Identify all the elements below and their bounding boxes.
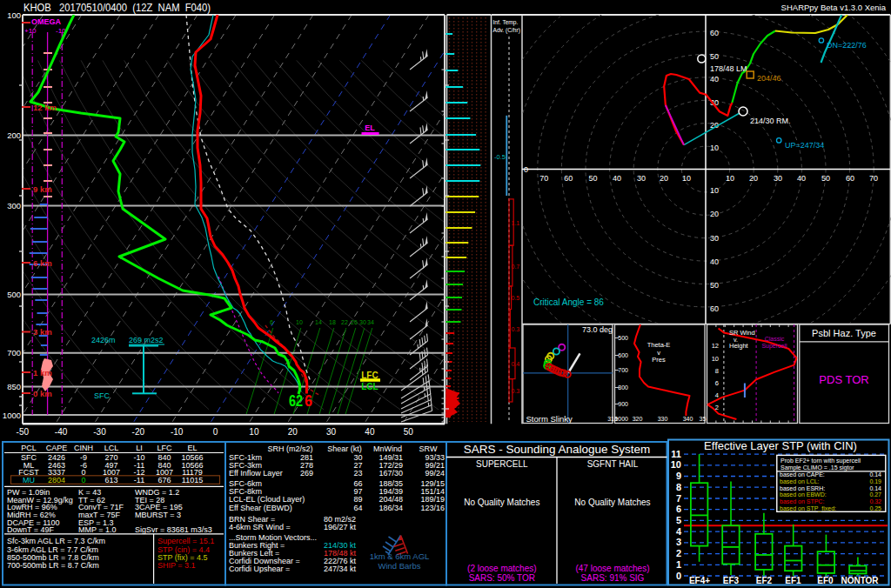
svg-text:178/48 LM: 178/48 LM — [710, 64, 747, 73]
svg-text:11: 11 — [671, 449, 681, 459]
svg-text:SGFNT HAIL: SGFNT HAIL — [587, 459, 639, 469]
svg-text:LCL: LCL — [361, 382, 378, 391]
svg-text:SFC-8km: SFC-8km — [229, 487, 262, 496]
svg-text:22: 22 — [341, 319, 348, 325]
svg-text:35: 35 — [700, 416, 707, 422]
svg-text:based on CAPE:: based on CAPE: — [780, 471, 825, 478]
svg-text:123/16: 123/16 — [420, 504, 445, 512]
svg-text:600: 600 — [618, 352, 628, 358]
svg-text:0.3: 0.3 — [512, 326, 520, 332]
svg-text:0.14: 0.14 — [869, 485, 881, 491]
svg-text:269: 269 — [300, 469, 313, 478]
svg-text:40: 40 — [365, 427, 375, 437]
svg-text:50: 50 — [710, 281, 719, 290]
svg-text:1000: 1000 — [3, 411, 21, 420]
svg-text:14: 14 — [315, 319, 322, 325]
svg-text:based on LCL:: based on LCL: — [780, 478, 820, 484]
svg-text:10: 10 — [296, 319, 303, 325]
svg-text:0 km: 0 km — [33, 389, 52, 398]
svg-text:No Quality Matches: No Quality Matches — [464, 498, 539, 507]
svg-text:500: 500 — [618, 335, 628, 341]
svg-text:8: 8 — [676, 482, 681, 492]
svg-text:6 km: 6 km — [33, 258, 52, 268]
svg-text:LCL: LCL — [104, 444, 119, 452]
svg-text:2804: 2804 — [48, 476, 65, 484]
svg-text:9: 9 — [676, 471, 681, 481]
svg-text:-10: -10 — [171, 427, 184, 437]
svg-text:SigSvr = 83681 m3/s3: SigSvr = 83681 m3/s3 — [135, 525, 212, 534]
svg-text:50: 50 — [404, 427, 414, 437]
svg-text:60: 60 — [846, 174, 854, 183]
svg-text:30: 30 — [710, 234, 719, 243]
svg-text:151/14: 151/14 — [420, 487, 445, 496]
svg-text:167/30: 167/30 — [379, 469, 403, 478]
svg-text:Eff Shear (EBWD): Eff Shear (EBWD) — [229, 504, 292, 512]
svg-text:26: 26 — [351, 319, 358, 325]
svg-text:MU: MU — [23, 476, 35, 484]
svg-text:0.3: 0.3 — [512, 388, 520, 394]
svg-text:Critical Angle = 86: Critical Angle = 86 — [533, 297, 604, 307]
svg-text:320: 320 — [633, 416, 643, 422]
svg-text:EF1: EF1 — [785, 576, 801, 585]
svg-text:10: 10 — [712, 355, 719, 363]
svg-text:Storm Slinky: Storm Slinky — [526, 414, 573, 424]
svg-text:SARS: 50% TOR: SARS: 50% TOR — [469, 573, 535, 583]
svg-text:based on EBWD:: based on EBWD: — [780, 491, 827, 498]
svg-text:0.7: 0.7 — [512, 264, 520, 270]
svg-text:204/48: 204/48 — [379, 495, 403, 504]
svg-text:LFC: LFC — [157, 444, 172, 452]
svg-text:30: 30 — [637, 174, 646, 183]
svg-text:8: 8 — [715, 367, 719, 375]
svg-text:1: 1 — [676, 559, 681, 570]
svg-text:PDS TOR: PDS TOR — [819, 373, 868, 386]
svg-text:SRH (m2/s2): SRH (m2/s2) — [267, 444, 312, 453]
svg-text:100: 100 — [7, 10, 21, 20]
svg-text:10: 10 — [710, 186, 719, 195]
svg-text:Eff Inflow Layer: Eff Inflow Layer — [229, 469, 283, 478]
svg-text:MBURST = 3: MBURST = 3 — [135, 511, 181, 519]
svg-text:60: 60 — [564, 174, 573, 183]
svg-text:0.14: 0.14 — [869, 471, 881, 478]
svg-text:EF2: EF2 — [756, 576, 773, 585]
svg-text:900: 900 — [618, 401, 628, 407]
svg-text:MnWind: MnWind — [373, 444, 402, 453]
svg-text:CAPE: CAPE — [46, 444, 68, 452]
svg-text:300: 300 — [7, 201, 21, 210]
svg-text:97: 97 — [353, 487, 362, 496]
svg-text:20: 20 — [288, 427, 298, 437]
svg-text:Shear (kt): Shear (kt) — [327, 444, 362, 453]
svg-text:MMP = 1.0: MMP = 1.0 — [78, 525, 117, 534]
svg-text:676: 676 — [157, 476, 171, 484]
svg-text:EF3: EF3 — [723, 576, 740, 585]
svg-text:1.1: 1.1 — [512, 220, 520, 226]
svg-text:62: 62 — [289, 392, 303, 410]
svg-text:Pres: Pres — [652, 356, 666, 364]
svg-text:Effective Layer STP (with CIN): Effective Layer STP (with CIN) — [704, 439, 857, 452]
svg-text:-40: -40 — [55, 427, 68, 437]
svg-text:Supercell: Supercell — [761, 343, 787, 350]
svg-text:12 km: 12 km — [33, 103, 57, 112]
svg-text:SARS: 91% SIG: SARS: 91% SIG — [581, 573, 645, 583]
svg-text:EF0: EF0 — [817, 576, 834, 585]
svg-text:CINH: CINH — [74, 444, 93, 452]
svg-text:34: 34 — [367, 319, 374, 325]
svg-text:Corfidi Upshear =: Corfidi Upshear = — [229, 565, 290, 573]
svg-text:SUPERCELL: SUPERCELL — [476, 459, 528, 469]
svg-text:-0.5: -0.5 — [494, 153, 506, 161]
svg-text:UP=247/34: UP=247/34 — [785, 141, 824, 150]
svg-text:10: 10 — [726, 174, 734, 183]
svg-text:SHARPpy Beta v1.3.0 Xenia: SHARPpy Beta v1.3.0 Xenia — [781, 3, 887, 12]
svg-text:89: 89 — [353, 495, 362, 504]
svg-text:40: 40 — [710, 257, 719, 266]
svg-text:LCL-EL (Cloud Layer): LCL-EL (Cloud Layer) — [229, 495, 305, 504]
svg-text:4-6km SR Wind =: 4-6km SR Wind = — [229, 523, 291, 531]
svg-text:SARS - Sounding Analogue Syste: SARS - Sounding Analogue System — [464, 443, 651, 456]
svg-text:1 km: 1 km — [33, 368, 52, 378]
svg-text:LFC: LFC — [361, 371, 378, 380]
svg-text:6: 6 — [715, 379, 719, 387]
svg-text:(2 loose matches): (2 loose matches) — [467, 564, 536, 573]
svg-text:50: 50 — [588, 174, 597, 183]
svg-text:10: 10 — [710, 144, 719, 152]
svg-text:50: 50 — [710, 52, 719, 61]
svg-text:500: 500 — [7, 290, 21, 299]
